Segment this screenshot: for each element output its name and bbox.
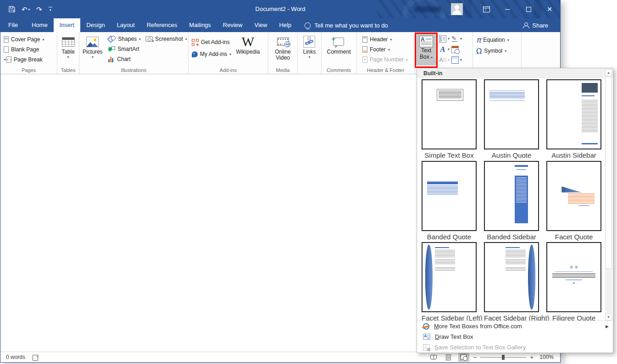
- chart-button[interactable]: Chart: [106, 54, 143, 64]
- blank-page-icon: [4, 46, 9, 53]
- drop-cap-icon[interactable]: A: [439, 56, 446, 64]
- equation-button[interactable]: π Equation▾: [474, 34, 511, 45]
- close-button[interactable]: ✕: [539, 0, 560, 18]
- smartart-icon: [108, 46, 115, 52]
- tab-references[interactable]: References: [141, 18, 183, 32]
- menu-item-save-selection[interactable]: Save Selection to Text Box Gallery: [417, 342, 613, 353]
- minimize-button[interactable]: [497, 0, 518, 18]
- page-number-button[interactable]: Page Number▾: [360, 55, 410, 65]
- group-label-addins: Add-ins: [189, 67, 268, 73]
- cover-page-button[interactable]: Cover Page▾: [1, 34, 46, 44]
- links-button[interactable]: Links ▾: [300, 33, 318, 66]
- signature-line-icon[interactable]: ✎: [451, 35, 459, 43]
- caret-icon: ▾: [50, 8, 51, 11]
- web-layout-icon: [461, 354, 467, 360]
- caret-icon: ▾: [42, 38, 44, 42]
- tab-insert[interactable]: Insert: [54, 18, 81, 32]
- tell-me-box[interactable]: Tell me what you want to do: [305, 18, 388, 32]
- object-icon[interactable]: [451, 56, 459, 64]
- gallery-item-austin-quote[interactable]: Austin Quote: [484, 79, 539, 159]
- tab-mailings[interactable]: Mailings: [183, 18, 217, 32]
- symbol-omega-icon: Ω: [476, 47, 482, 55]
- maximize-button[interactable]: [518, 0, 539, 18]
- wordart-icon[interactable]: A: [439, 46, 446, 53]
- page-break-button[interactable]: Page Break: [1, 55, 46, 65]
- caret-icon: ▾: [185, 37, 187, 41]
- filigree-ornament: ✻ ✻: [551, 265, 596, 270]
- gallery-item-banded-sidebar[interactable]: Banded Sidebar: [484, 161, 539, 241]
- print-layout-button[interactable]: [443, 353, 454, 362]
- table-button[interactable]: Table ▾: [59, 33, 77, 66]
- blank-page-button[interactable]: Blank Page: [1, 44, 46, 55]
- scroll-up-icon[interactable]: ▲: [605, 69, 612, 76]
- tab-help[interactable]: Help: [273, 18, 297, 32]
- screenshot-canvas: ↶▾ ↷ ▾ Document2 - Word ✕: [0, 0, 617, 364]
- thumbnail-facet-quote: [546, 161, 601, 231]
- caret-icon: ▾: [308, 55, 310, 59]
- zoom-in-button[interactable]: +: [530, 354, 534, 360]
- tab-design[interactable]: Design: [80, 18, 111, 32]
- symbol-button[interactable]: Ω Symbol▾: [474, 45, 511, 56]
- gallery-item-filigree-quote[interactable]: ✻ ✻ ❖ Filigree Quote: [546, 242, 601, 322]
- redo-button[interactable]: ↷: [36, 6, 42, 13]
- tab-review[interactable]: Review: [217, 18, 249, 32]
- gallery-item-facet-quote[interactable]: Facet Quote: [546, 161, 601, 241]
- gallery-item-facet-sidebar-left[interactable]: Facet Sidebar (Left): [422, 242, 477, 322]
- share-button[interactable]: Share: [523, 18, 548, 32]
- scroll-down-icon[interactable]: ▼: [605, 314, 612, 320]
- print-layout-icon: [446, 354, 451, 360]
- screenshot-button[interactable]: Screenshot▾: [143, 34, 189, 44]
- thumbnail-filigree-quote: ✻ ✻ ❖: [546, 242, 601, 312]
- tab-home[interactable]: Home: [26, 18, 54, 32]
- quick-parts-icon[interactable]: [439, 35, 446, 43]
- smartart-button[interactable]: SmartArt: [106, 44, 143, 54]
- ribbon-display-options-button[interactable]: [476, 0, 497, 18]
- thumbnail-austin-quote: [484, 79, 539, 149]
- web-layout-button[interactable]: [458, 353, 469, 362]
- tab-view[interactable]: View: [248, 18, 273, 32]
- customize-quick-access-button[interactable]: ▾: [49, 7, 52, 11]
- user-avatar[interactable]: [451, 3, 463, 15]
- get-addins-button[interactable]: Get Add-ins: [189, 36, 233, 48]
- date-time-icon[interactable]: [451, 46, 459, 53]
- caret-icon: ▾: [460, 58, 462, 62]
- header-button[interactable]: Header▾: [360, 34, 410, 44]
- menu-item-draw-text-box[interactable]: Draw Text Box: [417, 331, 613, 342]
- comment-icon: +: [333, 38, 344, 46]
- pictures-button[interactable]: Pictures ▾: [80, 33, 105, 66]
- gallery-item-simple-text-box[interactable]: Simple Text Box: [422, 79, 477, 159]
- shapes-button[interactable]: Shapes▾: [106, 34, 143, 44]
- tab-layout[interactable]: Layout: [111, 18, 141, 32]
- scrollbar-thumb[interactable]: [605, 77, 612, 269]
- zoom-out-button[interactable]: −: [473, 354, 477, 360]
- read-mode-button[interactable]: [428, 353, 439, 362]
- my-addins-button[interactable]: My Add-ins▾: [189, 48, 233, 60]
- read-mode-icon: [430, 355, 437, 359]
- footer-button[interactable]: Footer▾: [360, 44, 410, 55]
- zoom-slider[interactable]: [480, 357, 526, 358]
- comment-button[interactable]: + Comment: [324, 33, 353, 66]
- zoom-slider-thumb[interactable]: [502, 355, 505, 360]
- wikipedia-button[interactable]: W Wikipedia: [233, 33, 262, 66]
- menu-item-more-text-boxes[interactable]: More Text Boxes from Office.com ▶: [417, 321, 613, 331]
- zoom-level[interactable]: 100%: [537, 354, 554, 360]
- online-video-button[interactable]: Online Video: [272, 33, 293, 66]
- save-button[interactable]: [9, 6, 15, 12]
- gallery-item-banded-quote[interactable]: Banded Quote: [422, 161, 477, 241]
- text-box-dropdown: Built-in ▲ ▼ Simple Text Box Austin Quot…: [417, 68, 613, 353]
- equation-pi-icon: π: [476, 35, 481, 44]
- undo-button[interactable]: ↶▾: [22, 6, 30, 13]
- title-bar: ↶▾ ↷ ▾ Document2 - Word ✕: [0, 0, 560, 18]
- tab-file[interactable]: File: [0, 18, 26, 32]
- caret-icon: ▾: [390, 38, 392, 42]
- gallery-item-austin-sidebar[interactable]: Austin Sidebar: [546, 79, 601, 159]
- gallery-scrollbar[interactable]: ▲ ▼: [605, 69, 612, 320]
- draw-text-box-icon: [423, 334, 430, 340]
- text-box-button[interactable]: A Text Box ▾: [416, 33, 436, 66]
- ribbon-group-pages: Cover Page▾ Blank Page Page Break Pages: [0, 32, 57, 74]
- proofing-icon[interactable]: [33, 354, 39, 360]
- gallery-item-facet-sidebar-right[interactable]: Facet Sidebar (Right): [484, 242, 539, 322]
- caret-icon: ▾: [460, 37, 462, 41]
- online-video-icon: [277, 38, 289, 46]
- word-count[interactable]: 0 words: [6, 354, 25, 360]
